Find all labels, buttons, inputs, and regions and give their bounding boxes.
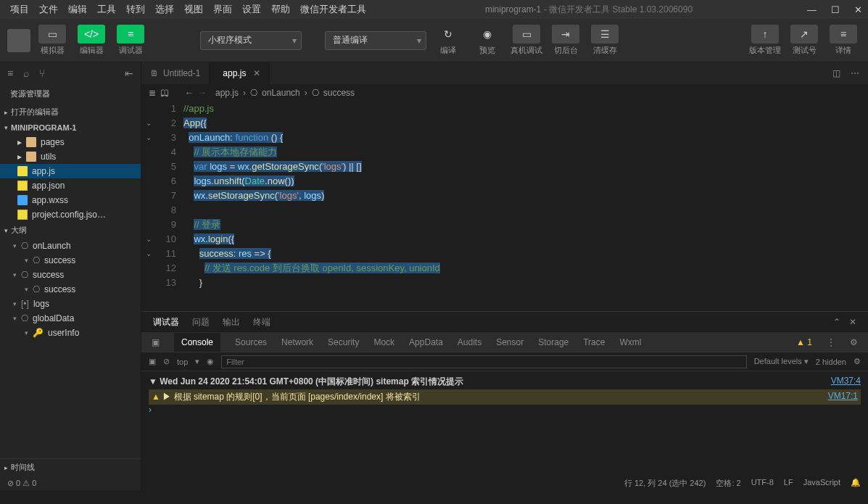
outline-section[interactable]: ▾大纲 <box>0 222 141 239</box>
back-icon[interactable]: ← <box>185 88 194 98</box>
eye-icon[interactable]: ◉ <box>207 357 214 366</box>
mode-select[interactable]: 小程序模式 <box>200 31 302 50</box>
menu-项目[interactable]: 项目 <box>6 1 33 17</box>
outline-userInfo[interactable]: ▾ 🔑 userInfo <box>0 326 141 340</box>
menu-帮助[interactable]: 帮助 <box>267 1 294 17</box>
file-icon: 🗎 <box>150 68 159 78</box>
devtools-gear-icon[interactable]: ⚙ <box>850 337 858 347</box>
menu-界面[interactable]: 界面 <box>209 1 236 17</box>
background-button[interactable]: ⇥切后台 <box>548 25 583 56</box>
outline-success[interactable]: ▾ ⎔ success <box>0 268 141 282</box>
detail-button[interactable]: ≡详情 <box>826 25 861 56</box>
bell-icon[interactable]: 🔔 <box>851 478 861 489</box>
console-output[interactable]: ▼ Wed Jun 24 2020 21:54:01 GMT+0800 (中国标… <box>141 371 868 476</box>
file-app.json[interactable]: app.json <box>0 178 141 193</box>
timeline-section[interactable]: ▸时间线 <box>0 458 141 476</box>
debugger-button[interactable]: ≡调试器 <box>113 25 148 56</box>
menu-选择[interactable]: 选择 <box>151 1 178 17</box>
devtab-trace[interactable]: Trace <box>583 337 605 347</box>
menu-文件[interactable]: 文件 <box>35 1 62 17</box>
devtools-more-icon[interactable]: ⋮ <box>827 337 835 347</box>
bookmark-icon[interactable]: 🕮 <box>160 88 169 98</box>
maximize-icon[interactable]: ☐ <box>831 4 840 15</box>
levels-select[interactable]: Default levels ▾ <box>754 357 809 366</box>
devtab-security[interactable]: Security <box>328 337 359 347</box>
devtab-storage[interactable]: Storage <box>538 337 569 347</box>
devtab-sources[interactable]: Sources <box>235 337 267 347</box>
list-icon[interactable]: ≣ <box>149 88 156 98</box>
close-icon[interactable]: ✕ <box>854 4 862 15</box>
tab-Untitled-1[interactable]: 🗎Untitled-1 <box>141 62 210 84</box>
dock-icon[interactable]: ▣ <box>152 337 160 347</box>
collapse-icon[interactable]: ⇤ <box>125 67 133 79</box>
warning-badge[interactable]: ▲ 1 <box>796 337 812 347</box>
source-link[interactable]: VM17:1 <box>828 391 858 403</box>
file-app.wxss[interactable]: app.wxss <box>0 193 141 207</box>
version-button[interactable]: ↑版本管理 <box>748 25 782 56</box>
menu-微信开发者工具[interactable]: 微信开发者工具 <box>296 1 371 17</box>
chevron-up-icon[interactable]: ⌃ <box>833 317 840 327</box>
filter-input[interactable] <box>221 355 746 368</box>
devtab-wxml[interactable]: Wxml <box>619 337 641 347</box>
encoding-status[interactable]: UTF-8 <box>751 478 774 489</box>
context-select[interactable]: top <box>177 358 188 366</box>
outline-globalData[interactable]: ▾ ⎔ globalData <box>0 311 141 326</box>
outline-logs[interactable]: ▾ [•] logs <box>0 297 141 311</box>
more-icon[interactable]: ⋯ <box>851 68 859 78</box>
compile-mode-select[interactable]: 普通编译 <box>325 31 426 50</box>
minimize-icon[interactable]: — <box>807 4 817 15</box>
clear-cache-button[interactable]: ☰清缓存 <box>587 25 622 56</box>
panel-tab-problems[interactable]: 问题 <box>192 316 210 329</box>
menu-视图[interactable]: 视图 <box>180 1 207 17</box>
devtab-network[interactable]: Network <box>281 337 313 347</box>
breadcrumb[interactable]: ≣ 🕮 ← → app.js› ⎔onLaunch› ⎔success <box>141 84 868 102</box>
panel-tab-output[interactable]: 输出 <box>223 316 240 329</box>
tab-close-icon[interactable]: ✕ <box>253 68 260 78</box>
cursor-position[interactable]: 行 12, 列 24 (选中 242) <box>624 478 706 489</box>
search-icon[interactable]: ⌕ <box>23 67 29 79</box>
outline-success[interactable]: ▾ ⎔ success <box>0 253 141 268</box>
file-utils[interactable]: ▸ utils <box>0 149 141 164</box>
testnum-button[interactable]: ↗测试号 <box>787 25 822 56</box>
language-status[interactable]: JavaScript <box>803 478 840 489</box>
menu-icon[interactable]: ≡ <box>7 67 13 79</box>
tab-app.js[interactable]: app.js✕ <box>210 62 270 84</box>
devtab-sensor[interactable]: Sensor <box>496 337 524 347</box>
branch-icon[interactable]: ⑂ <box>39 67 45 79</box>
editor-button[interactable]: </>编辑器 <box>74 25 109 56</box>
code-editor[interactable]: 1⌄2⌄3456789⌄10⌄111213 //app.jsApp({ onLa… <box>141 102 868 311</box>
file-pages[interactable]: ▸ pages <box>0 135 141 149</box>
devtab-console[interactable]: Console <box>174 333 220 352</box>
menu-设置[interactable]: 设置 <box>238 1 265 17</box>
file-project.config.json[interactable]: project.config.jso… <box>0 207 141 222</box>
devtab-mock[interactable]: Mock <box>373 337 394 347</box>
panel-tab-debugger[interactable]: 调试器 <box>153 316 179 329</box>
inspect-icon[interactable]: ▣ <box>149 357 156 366</box>
avatar[interactable] <box>7 29 30 52</box>
source-link[interactable]: VM37:4 <box>831 376 861 388</box>
panel-close-icon[interactable]: ✕ <box>849 317 856 327</box>
opened-editors-section[interactable]: ▸打开的编辑器 <box>0 104 141 120</box>
errors-status[interactable]: ⊘ 0 ⚠ 0 <box>7 479 36 488</box>
devtab-audits[interactable]: Audits <box>458 337 481 347</box>
split-icon[interactable]: ◫ <box>832 68 840 78</box>
menu-编辑[interactable]: 编辑 <box>64 1 91 17</box>
clear-console-icon[interactable]: ⊘ <box>163 357 170 366</box>
menu-转到[interactable]: 转到 <box>122 1 149 17</box>
forward-icon[interactable]: → <box>198 88 207 98</box>
outline-onLaunch[interactable]: ▾ ⎔ onLaunch <box>0 239 141 253</box>
preview-button[interactable]: ◉预览 <box>470 25 505 56</box>
hidden-count[interactable]: 2 hidden <box>816 358 846 366</box>
outline-success[interactable]: ▾ ⎔ success <box>0 282 141 297</box>
remote-debug-button[interactable]: ▭真机调试 <box>509 25 544 56</box>
menu-工具[interactable]: 工具 <box>93 1 120 17</box>
eol-status[interactable]: LF <box>784 478 793 489</box>
project-section[interactable]: ▾MINIPROGRAM-1 <box>0 120 141 135</box>
file-app.js[interactable]: app.js <box>0 164 141 178</box>
panel-tab-terminal[interactable]: 终端 <box>253 316 270 329</box>
compile-button[interactable]: ↻编译 <box>431 25 466 56</box>
gear-icon[interactable]: ⚙ <box>853 357 861 366</box>
devtab-appdata[interactable]: AppData <box>409 337 443 347</box>
simulator-button[interactable]: ▭模拟器 <box>35 25 70 56</box>
indent-status[interactable]: 空格: 2 <box>716 478 740 489</box>
